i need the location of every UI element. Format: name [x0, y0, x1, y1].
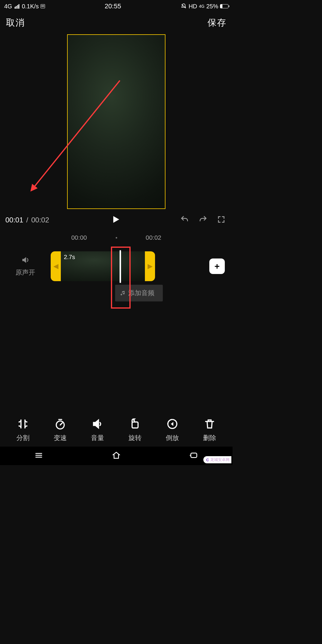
- battery-icon: [220, 4, 228, 8]
- video-preview[interactable]: [67, 34, 165, 209]
- playback-controls: 00:01 / 00:02: [0, 209, 233, 226]
- svg-rect-4: [191, 453, 197, 458]
- net-speed: 0.1K/s: [22, 3, 39, 10]
- status-bar: 4G 0.1K/s ✉ 20:55 HD 4G 25%: [0, 0, 233, 13]
- tool-reverse[interactable]: 倒放: [166, 418, 179, 442]
- editor-header: 取消 保存: [0, 13, 233, 33]
- tick-end: 00:02: [146, 234, 162, 241]
- tool-bar: 分割 变速 音量 旋转 倒放 删除: [0, 418, 233, 442]
- tool-speed[interactable]: 变速: [54, 418, 67, 442]
- clip-duration: 2.7s: [64, 254, 75, 261]
- battery-pct: 25%: [206, 3, 218, 10]
- svg-rect-2: [132, 422, 138, 428]
- clock: 20:55: [105, 2, 121, 10]
- add-clip-button[interactable]: +: [209, 258, 225, 274]
- clip-handle-left[interactable]: ◀: [51, 251, 61, 281]
- total-time: 00:02: [31, 216, 49, 224]
- save-button[interactable]: 保存: [208, 17, 227, 29]
- nav-back-button[interactable]: [189, 451, 198, 461]
- play-button[interactable]: [110, 214, 120, 226]
- timeline[interactable]: 00:00 00:02 原声开 ◀ 2.7s ▶ + 添加音频: [0, 234, 233, 312]
- clip-handle-right[interactable]: ▶: [145, 251, 155, 281]
- annotation-box: [111, 247, 131, 309]
- tool-volume[interactable]: 音量: [91, 418, 104, 442]
- tick-dot: [116, 237, 117, 239]
- time-display: 00:01 / 00:02: [5, 216, 49, 224]
- redo-button[interactable]: [199, 215, 208, 225]
- undo-button[interactable]: [180, 215, 189, 225]
- system-nav-bar: [0, 447, 233, 465]
- video-clip[interactable]: ◀ 2.7s ▶: [51, 251, 155, 281]
- cancel-button[interactable]: 取消: [6, 17, 25, 29]
- original-sound-label[interactable]: 原声开: [16, 268, 35, 277]
- tool-split[interactable]: 分割: [16, 418, 30, 442]
- network-label: 4G: [4, 3, 12, 10]
- tool-rotate[interactable]: 旋转: [129, 418, 142, 442]
- nav-menu-button[interactable]: [34, 451, 43, 461]
- hd-label: HD: [188, 3, 197, 10]
- nav-home-button[interactable]: [112, 451, 121, 461]
- mail-icon: ✉: [41, 4, 45, 8]
- mute-icon: [181, 3, 187, 9]
- tool-delete[interactable]: 删除: [203, 418, 216, 442]
- fullscreen-button[interactable]: [217, 215, 225, 225]
- current-time: 00:01: [5, 216, 23, 224]
- tick-start: 00:00: [71, 234, 87, 241]
- watermark: C龙城安卓网: [203, 456, 231, 463]
- signal-icon: [15, 4, 20, 9]
- net2-label: 4G: [199, 4, 205, 9]
- original-sound-icon[interactable]: [21, 256, 30, 266]
